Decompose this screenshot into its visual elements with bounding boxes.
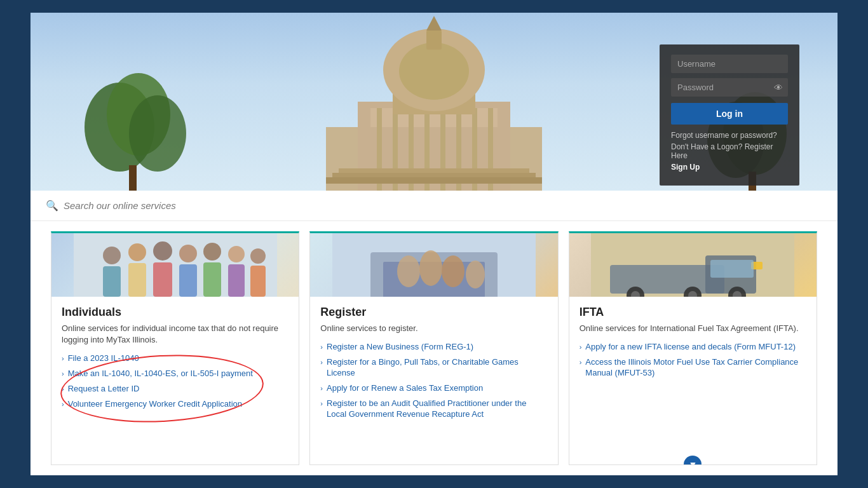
svg-rect-29	[103, 266, 121, 297]
show-password-icon[interactable]: 👁	[774, 83, 783, 93]
register-link[interactable]: Don't Have a Logon? Register Here	[671, 142, 788, 160]
link-file-il1040[interactable]: › File a 2023 IL-1040	[62, 353, 288, 364]
register-card-description: Online services to register.	[320, 323, 547, 334]
link-volunteer-worker[interactable]: › Volunteer Emergency Worker Credit Appl…	[62, 399, 288, 410]
ifta-card: IFTA Online services for International F…	[569, 231, 817, 465]
register-card: Register Online services to register. › …	[309, 231, 558, 465]
svg-rect-41	[250, 266, 266, 297]
svg-point-13	[399, 43, 469, 100]
svg-point-32	[153, 241, 172, 261]
svg-point-30	[128, 243, 146, 261]
svg-rect-37	[203, 262, 221, 297]
hero-section: 👁 Log in Forgot username or password? Do…	[31, 13, 837, 191]
chevron-icon: ›	[62, 400, 64, 409]
svg-rect-14	[426, 30, 442, 50]
link-new-business[interactable]: › Register a New Business (Form REG-1)	[320, 342, 547, 353]
chevron-icon: ›	[62, 369, 64, 378]
link-bingo-register[interactable]: › Register for a Bingo, Pull Tabs, or Ch…	[320, 357, 547, 379]
svg-point-34	[179, 245, 197, 262]
individuals-card-title: Individuals	[62, 306, 288, 319]
svg-point-45	[397, 255, 420, 287]
register-card-body: Register Online services to register. › …	[310, 297, 557, 464]
search-input[interactable]	[64, 200, 254, 211]
link-audit-qualified[interactable]: › Register to be an Audit Qualified Prac…	[320, 398, 547, 420]
svg-point-40	[250, 248, 266, 264]
chevron-icon: ›	[320, 384, 323, 393]
svg-rect-33	[153, 262, 172, 297]
cards-section: Individuals Online services for individu…	[31, 221, 837, 475]
left-tree	[81, 64, 196, 191]
login-button[interactable]: Log in	[671, 103, 788, 125]
chevron-icon: ›	[580, 358, 582, 367]
svg-rect-22	[129, 165, 137, 191]
search-icon: 🔍	[46, 200, 58, 212]
ifta-card-title: IFTA	[580, 306, 806, 319]
svg-point-46	[419, 250, 442, 286]
svg-rect-17	[332, 173, 536, 178]
individuals-card: Individuals Online services for individu…	[51, 231, 299, 465]
link-make-payment[interactable]: › Make an IL-1040, IL-1040-ES, or IL-505…	[62, 369, 288, 379]
forgot-password-link[interactable]: Forgot username or password?	[671, 131, 788, 140]
link-ifta-manual[interactable]: › Access the Illinois Motor Fuel Use Tax…	[580, 357, 806, 379]
svg-rect-16	[339, 168, 529, 173]
link-ifta-license[interactable]: › Apply for a new IFTA license and decal…	[580, 342, 806, 353]
chevron-icon: ›	[62, 384, 64, 393]
register-card-title: Register	[320, 306, 547, 319]
ifta-card-image	[569, 233, 817, 297]
capitol-building	[275, 13, 593, 191]
svg-marker-15	[426, 16, 442, 30]
chevron-icon: ›	[320, 399, 323, 408]
register-card-links: › Register a New Business (Form REG-1) ›…	[320, 342, 547, 419]
svg-rect-39	[228, 264, 245, 297]
search-bar: 🔍	[31, 191, 837, 221]
link-sales-tax[interactable]: › Apply for or Renew a Sales Tax Exempti…	[320, 383, 547, 394]
individuals-card-links: › File a 2023 IL-1040 › Make an IL-1040,…	[62, 353, 288, 410]
individuals-card-body: Individuals Online services for individu…	[51, 297, 299, 464]
chevron-icon: ›	[320, 342, 323, 351]
ifta-card-description: Online services for International Fuel T…	[580, 323, 806, 334]
password-input[interactable]	[671, 78, 788, 97]
chevron-icon: ›	[320, 358, 323, 367]
individuals-card-image	[51, 233, 299, 297]
login-panel: 👁 Log in Forgot username or password? Do…	[660, 44, 799, 186]
ifta-illustration	[591, 233, 794, 297]
people-group-illustration	[74, 233, 277, 297]
svg-rect-18	[326, 177, 542, 184]
svg-point-48	[466, 261, 485, 288]
link-request-letter[interactable]: › Request a Letter ID	[62, 384, 288, 395]
ifta-card-body: IFTA Online services for International F…	[569, 297, 817, 464]
svg-rect-59	[710, 260, 754, 278]
svg-point-38	[228, 246, 245, 262]
sign-up-link[interactable]: Sign Up	[671, 163, 788, 172]
svg-point-47	[442, 255, 465, 287]
register-card-image	[310, 233, 557, 297]
register-illustration	[332, 233, 536, 297]
username-input[interactable]	[671, 55, 788, 73]
svg-point-36	[203, 243, 221, 261]
svg-point-28	[103, 247, 121, 264]
chevron-icon: ›	[62, 354, 64, 363]
svg-rect-31	[128, 263, 146, 297]
login-links: Forgot username or password? Don't Have …	[671, 131, 788, 172]
svg-point-21	[129, 95, 186, 172]
individuals-card-description: Online services for individual income ta…	[62, 323, 288, 346]
svg-rect-35	[179, 264, 197, 297]
chevron-icon: ›	[580, 342, 582, 351]
ifta-card-links: › Apply for a new IFTA license and decal…	[580, 342, 806, 379]
